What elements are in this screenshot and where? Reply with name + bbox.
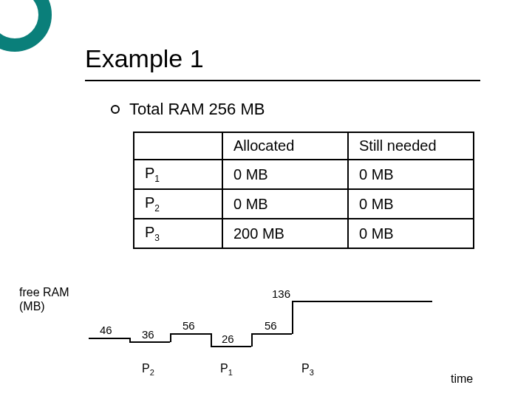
y-axis-label: free RAM (MB) (19, 285, 69, 313)
table-row: P1 0 MB 0 MB (134, 160, 474, 189)
process-marker: P1 (220, 362, 233, 377)
cell-process: P1 (134, 160, 222, 189)
header-empty (134, 132, 222, 160)
table-row: P2 0 MB 0 MB (134, 189, 474, 219)
chart-value: 26 (222, 332, 234, 345)
chart-value: 136 (272, 287, 290, 300)
chart-segment (170, 333, 211, 335)
page-title: Example 1 (85, 44, 204, 73)
cell-need: 0 MB (348, 189, 474, 219)
cell-need: 0 MB (348, 160, 474, 189)
chart-segment (129, 341, 170, 343)
chart-value: 46 (100, 324, 112, 336)
process-marker: P2 (142, 362, 154, 377)
cell-alloc: 200 MB (222, 219, 348, 248)
free-ram-chart: 46 36 56 26 56 136 P2 P1 P3 (89, 282, 436, 386)
cell-alloc: 0 MB (222, 189, 348, 219)
table-header-row: Allocated Still needed (134, 132, 474, 160)
cell-process: P3 (134, 219, 222, 248)
chart-value: 56 (265, 319, 277, 332)
chart-segment (89, 338, 129, 339)
chart-connector (292, 301, 293, 334)
chart-segment (251, 333, 292, 335)
decorative-ring (0, 0, 52, 52)
header-allocated: Allocated (222, 132, 348, 160)
chart-connector (251, 333, 253, 347)
chart-value: 36 (142, 328, 154, 341)
header-still-needed: Still needed (348, 132, 474, 160)
chart-value: 56 (183, 319, 195, 332)
process-marker: P3 (301, 362, 314, 377)
cell-process: P2 (134, 189, 222, 219)
title-rule (85, 80, 480, 81)
chart-connector (211, 333, 212, 346)
table-row: P3 200 MB 0 MB (134, 219, 474, 248)
allocation-table: Allocated Still needed P1 0 MB 0 MB P2 0… (133, 132, 474, 249)
cell-alloc: 0 MB (222, 160, 348, 189)
chart-segment (211, 346, 251, 347)
chart-segment (292, 301, 432, 302)
subtitle: Total RAM 256 MB (129, 100, 265, 119)
cell-need: 0 MB (348, 219, 474, 248)
x-axis-label: time (451, 372, 473, 386)
bullet-icon (111, 105, 120, 114)
